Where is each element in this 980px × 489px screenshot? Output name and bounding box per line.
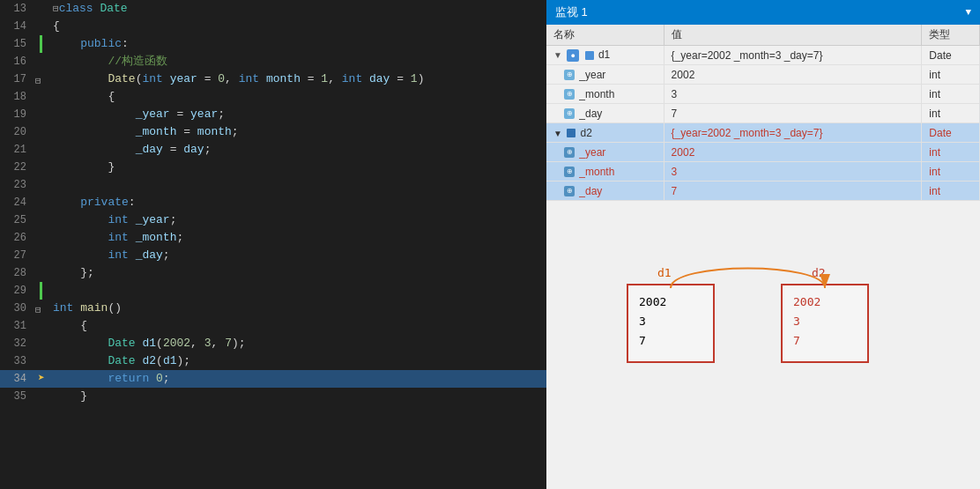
- var-name-d2: d2: [581, 127, 592, 139]
- col-value: 值: [664, 25, 922, 46]
- object-icon: ●: [567, 49, 579, 62]
- code-line-active: 34 ➤ return 0;: [0, 370, 546, 388]
- execution-arrow: ➤: [33, 370, 49, 388]
- line-gutter: [33, 88, 49, 106]
- d1-day-val: 7: [639, 331, 702, 351]
- variable: day: [369, 72, 390, 85]
- line-content: _day = day;: [49, 141, 546, 159]
- line-content: return 0;: [49, 370, 546, 388]
- expand-arrow[interactable]: ▼: [553, 129, 562, 138]
- line-number: 34: [0, 370, 33, 388]
- line-content: int _day;: [49, 247, 546, 264]
- line-number: 33: [0, 352, 33, 370]
- line-content: [49, 176, 546, 194]
- line-number: 18: [0, 88, 33, 106]
- line-number: 17: [0, 70, 33, 88]
- watch-row-d1-day: ⊕ _day 7 int: [546, 104, 980, 123]
- watch-cell-name: ⊕ _day: [546, 104, 664, 123]
- var-name: _month: [579, 166, 614, 178]
- line-number: 14: [0, 18, 33, 35]
- member-icon: ⊕: [564, 89, 575, 100]
- watch-row-d2-day: ⊕ _day 7 int: [546, 182, 980, 201]
- code-line: 27 int _day;: [0, 247, 546, 264]
- line-number: 28: [0, 264, 33, 282]
- watch-cell-name: ⊕ _month: [546, 85, 664, 104]
- variable: year: [190, 107, 218, 121]
- member: _day: [136, 143, 163, 156]
- expand-arrow[interactable]: ▼: [553, 50, 562, 60]
- watch-cell-type: Date: [922, 123, 980, 143]
- line-gutter: ⊟: [33, 70, 49, 88]
- code-line: 29: [0, 282, 546, 300]
- watch-row-d2: ▼ d2 {_year=2002 _month=3 _day=7} Date: [546, 123, 980, 143]
- watch-title: 监视 1: [555, 4, 588, 20]
- right-panel: 监视 1 ▼ 名称 值 类型 ▼ ● d1: [546, 0, 980, 489]
- line-gutter: [33, 141, 49, 159]
- line-gutter: [33, 18, 49, 35]
- d2-label: d2: [812, 266, 826, 279]
- collapse-icon[interactable]: ⊟: [35, 72, 41, 90]
- code-line: 20 _month = month;: [0, 123, 546, 141]
- watch-table-header: 名称 值 类型: [546, 25, 980, 46]
- watch-header: 监视 1 ▼: [546, 0, 980, 25]
- member: _year: [136, 107, 170, 121]
- line-content: {: [49, 18, 546, 35]
- comment: //构造函数: [108, 55, 167, 68]
- d1-label: d1: [657, 266, 672, 279]
- keyword: private: [80, 196, 129, 209]
- watch-dropdown-icon[interactable]: ▼: [965, 7, 971, 18]
- code-line: 24 private:: [0, 194, 546, 211]
- d2-month-val: 3: [793, 312, 857, 331]
- number: 2002: [163, 337, 190, 350]
- line-gutter: [33, 335, 49, 352]
- member-icon: ⊕: [564, 108, 575, 119]
- watch-cell-value: 7: [664, 104, 922, 123]
- line-content: }: [49, 159, 546, 176]
- line-content: Date(int year = 0, int month = 1, int da…: [49, 70, 546, 88]
- watch-panel: 监视 1 ▼ 名称 值 类型 ▼ ● d1: [546, 0, 980, 201]
- code-line: 31 {: [0, 317, 546, 335]
- line-gutter: [33, 264, 49, 282]
- watch-row-d2-year: ⊕ _year 2002 int: [546, 143, 980, 162]
- watch-row-d2-month: ⊕ _month 3 int: [546, 162, 980, 182]
- function-name: main: [80, 301, 108, 315]
- collapse-icon[interactable]: ⊟: [35, 301, 41, 319]
- line-content: };: [49, 264, 546, 282]
- object-icon: [567, 129, 575, 137]
- type-keyword: int: [53, 301, 73, 315]
- line-gutter: [33, 388, 49, 405]
- line-content: Date d1(2002, 3, 7);: [49, 335, 546, 352]
- type-keyword: int: [142, 72, 162, 85]
- watch-cell-value: {_year=2002 _month=3 _day=7}: [664, 123, 922, 143]
- line-content: //构造函数: [49, 53, 546, 70]
- type-keyword: int: [342, 72, 362, 85]
- watch-table-body: ▼ ● d1 {_year=2002 _month=3 _day=7} Date…: [546, 46, 980, 201]
- code-line: 35 }: [0, 388, 546, 405]
- line-content: Date d2(d1);: [49, 352, 546, 370]
- line-number: 20: [0, 123, 33, 141]
- gutter-marker: [40, 35, 42, 53]
- line-number: 29: [0, 282, 33, 300]
- punctuation: {: [53, 19, 60, 33]
- code-line: 28 };: [0, 264, 546, 282]
- code-line: 19 _year = year;: [0, 106, 546, 123]
- collapse-icon[interactable]: ⊟: [53, 4, 59, 14]
- var-name: _day: [579, 185, 602, 197]
- number: 1: [411, 72, 418, 85]
- var-name: _day: [579, 107, 602, 120]
- line-gutter: [33, 176, 49, 194]
- d1-year-val: 2002: [639, 293, 702, 312]
- watch-cell-type: int: [922, 65, 980, 85]
- watch-cell-type: int: [922, 162, 980, 182]
- var-name: _month: [579, 88, 614, 100]
- line-gutter: [33, 35, 49, 53]
- line-number: 35: [0, 388, 33, 405]
- member: _month: [136, 125, 177, 138]
- member: _month: [136, 231, 177, 244]
- line-content: {: [49, 317, 546, 335]
- code-line: 16 //构造函数: [0, 53, 546, 70]
- watch-row-d1: ▼ ● d1 {_year=2002 _month=3 _day=7} Date: [546, 46, 980, 65]
- watch-cell-type: int: [922, 143, 980, 162]
- line-content: private:: [49, 194, 546, 211]
- line-number: 15: [0, 35, 33, 53]
